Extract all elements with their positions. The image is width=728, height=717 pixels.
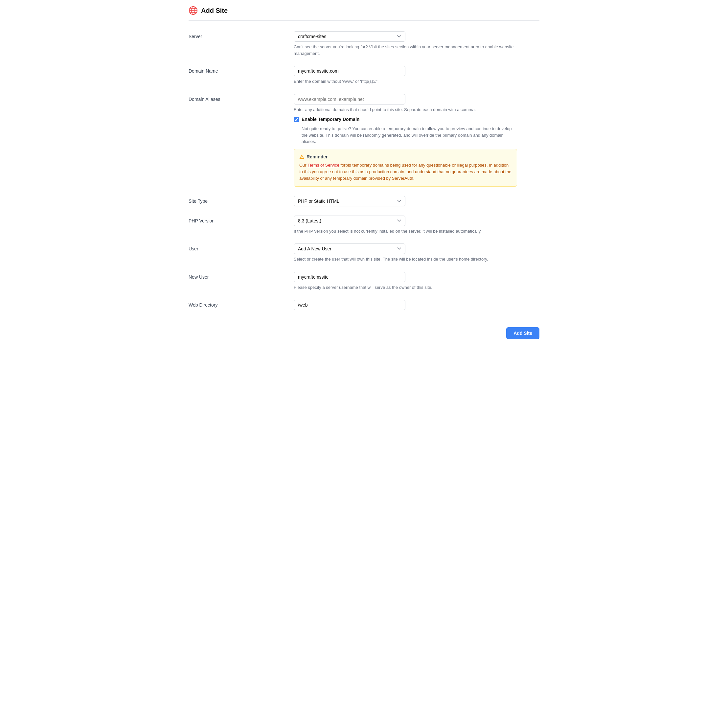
new-user-input[interactable] xyxy=(294,272,405,282)
new-user-hint: Please specify a server username that wi… xyxy=(294,284,517,291)
user-control: Add A New User Select or create the user… xyxy=(294,244,539,262)
site-type-label: Site Type xyxy=(189,196,294,204)
server-hint: Can't see the server you're looking for?… xyxy=(294,44,517,56)
page-title: Add Site xyxy=(201,7,228,14)
domain-aliases-hint: Enter any additional domains that should… xyxy=(294,107,517,113)
reminder-box: ⚠ Reminder Our Terms of Service forbid t… xyxy=(294,149,517,187)
user-select[interactable]: Add A New User xyxy=(294,244,405,254)
domain-name-hint: Enter the domain without 'www.' or 'http… xyxy=(294,78,517,85)
site-type-select[interactable]: PHP or Static HTML xyxy=(294,196,405,206)
reminder-title: Reminder xyxy=(306,154,328,159)
warning-icon: ⚠ xyxy=(299,154,304,160)
domain-aliases-input[interactable] xyxy=(294,94,405,104)
form-footer: Add Site xyxy=(189,321,539,339)
user-hint: Select or create the user that will own … xyxy=(294,256,517,262)
server-control: craftcms-sites Can't see the server you'… xyxy=(294,31,539,56)
domain-name-row: Domain Name Enter the domain without 'ww… xyxy=(189,66,539,85)
web-directory-row: Web Directory xyxy=(189,300,539,310)
new-user-control: Please specify a server username that wi… xyxy=(294,272,539,291)
site-type-control: PHP or Static HTML xyxy=(294,196,539,206)
domain-aliases-row: Domain Aliases Enter any additional doma… xyxy=(189,94,539,187)
temporary-domain-label[interactable]: Enable Temporary Domain xyxy=(302,117,359,122)
domain-aliases-label: Domain Aliases xyxy=(189,94,294,102)
server-label: Server xyxy=(189,31,294,39)
page-header: Add Site xyxy=(189,0,539,21)
globe-icon xyxy=(189,6,198,15)
site-type-row: Site Type PHP or Static HTML xyxy=(189,196,539,206)
php-version-hint: If the PHP version you select is not cur… xyxy=(294,228,517,235)
reminder-header: ⚠ Reminder xyxy=(299,154,512,160)
php-version-row: PHP Version 8.3 (Latest) If the PHP vers… xyxy=(189,215,539,235)
reminder-text: Our Terms of Service forbid temporary do… xyxy=(299,162,512,182)
terms-of-service-link[interactable]: Terms of Service xyxy=(308,163,340,168)
domain-name-control: Enter the domain without 'www.' or 'http… xyxy=(294,66,539,85)
temporary-domain-checkbox[interactable] xyxy=(294,117,299,122)
user-label: User xyxy=(189,244,294,252)
temporary-domain-row: Enable Temporary Domain xyxy=(294,117,539,122)
add-site-button[interactable]: Add Site xyxy=(506,327,539,339)
web-directory-input[interactable] xyxy=(294,300,405,310)
temporary-domain-description: Not quite ready to go live? You can enab… xyxy=(302,125,517,145)
user-row: User Add A New User Select or create the… xyxy=(189,244,539,262)
new-user-row: New User Please specify a server usernam… xyxy=(189,272,539,291)
web-directory-label: Web Directory xyxy=(189,300,294,308)
new-user-label: New User xyxy=(189,272,294,280)
domain-name-input[interactable] xyxy=(294,66,405,76)
domain-aliases-control: Enter any additional domains that should… xyxy=(294,94,539,187)
web-directory-control xyxy=(294,300,539,310)
server-row: Server craftcms-sites Can't see the serv… xyxy=(189,31,539,56)
php-version-label: PHP Version xyxy=(189,215,294,223)
php-version-control: 8.3 (Latest) If the PHP version you sele… xyxy=(294,215,539,235)
server-select[interactable]: craftcms-sites xyxy=(294,31,405,42)
php-version-select[interactable]: 8.3 (Latest) xyxy=(294,215,405,226)
domain-name-label: Domain Name xyxy=(189,66,294,73)
